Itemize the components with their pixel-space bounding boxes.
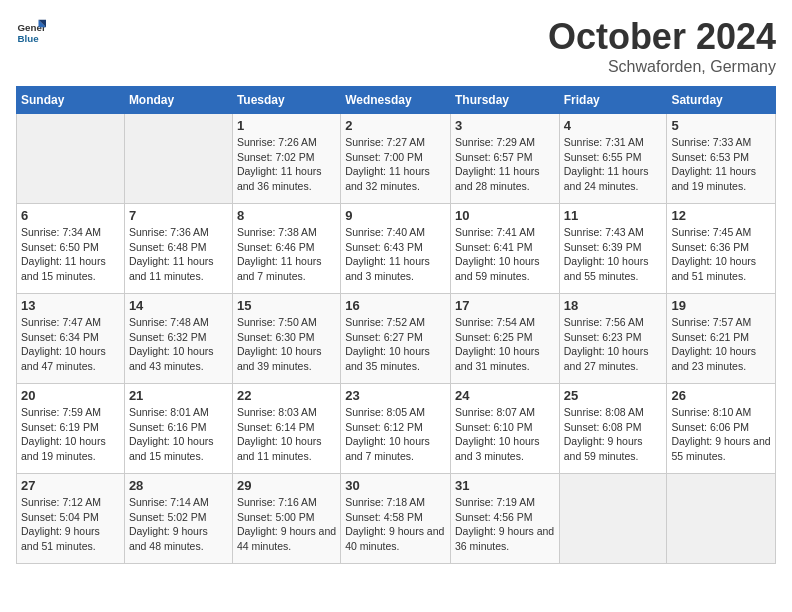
day-info: Sunrise: 8:03 AMSunset: 6:14 PMDaylight:…: [237, 405, 336, 464]
header-row: SundayMondayTuesdayWednesdayThursdayFrid…: [17, 87, 776, 114]
day-number: 8: [237, 208, 336, 223]
day-number: 11: [564, 208, 663, 223]
column-header-friday: Friday: [559, 87, 667, 114]
logo-icon: General Blue: [16, 16, 46, 46]
column-header-sunday: Sunday: [17, 87, 125, 114]
day-info: Sunrise: 7:14 AMSunset: 5:02 PMDaylight:…: [129, 495, 228, 554]
day-cell: 8Sunrise: 7:38 AMSunset: 6:46 PMDaylight…: [232, 204, 340, 294]
day-info: Sunrise: 7:52 AMSunset: 6:27 PMDaylight:…: [345, 315, 446, 374]
day-info: Sunrise: 7:31 AMSunset: 6:55 PMDaylight:…: [564, 135, 663, 194]
day-cell: [17, 114, 125, 204]
week-row-2: 6Sunrise: 7:34 AMSunset: 6:50 PMDaylight…: [17, 204, 776, 294]
column-header-saturday: Saturday: [667, 87, 776, 114]
day-number: 15: [237, 298, 336, 313]
day-cell: 3Sunrise: 7:29 AMSunset: 6:57 PMDaylight…: [450, 114, 559, 204]
week-row-5: 27Sunrise: 7:12 AMSunset: 5:04 PMDayligh…: [17, 474, 776, 564]
day-cell: [559, 474, 667, 564]
day-number: 29: [237, 478, 336, 493]
day-cell: 26Sunrise: 8:10 AMSunset: 6:06 PMDayligh…: [667, 384, 776, 474]
day-cell: 13Sunrise: 7:47 AMSunset: 6:34 PMDayligh…: [17, 294, 125, 384]
day-info: Sunrise: 7:36 AMSunset: 6:48 PMDaylight:…: [129, 225, 228, 284]
day-info: Sunrise: 7:19 AMSunset: 4:56 PMDaylight:…: [455, 495, 555, 554]
day-number: 21: [129, 388, 228, 403]
day-number: 26: [671, 388, 771, 403]
day-number: 24: [455, 388, 555, 403]
day-number: 9: [345, 208, 446, 223]
day-cell: 9Sunrise: 7:40 AMSunset: 6:43 PMDaylight…: [341, 204, 451, 294]
day-info: Sunrise: 7:38 AMSunset: 6:46 PMDaylight:…: [237, 225, 336, 284]
day-info: Sunrise: 7:43 AMSunset: 6:39 PMDaylight:…: [564, 225, 663, 284]
day-info: Sunrise: 7:56 AMSunset: 6:23 PMDaylight:…: [564, 315, 663, 374]
day-number: 2: [345, 118, 446, 133]
day-number: 22: [237, 388, 336, 403]
day-info: Sunrise: 8:05 AMSunset: 6:12 PMDaylight:…: [345, 405, 446, 464]
day-cell: [667, 474, 776, 564]
day-number: 18: [564, 298, 663, 313]
day-number: 1: [237, 118, 336, 133]
day-info: Sunrise: 7:34 AMSunset: 6:50 PMDaylight:…: [21, 225, 120, 284]
day-cell: 14Sunrise: 7:48 AMSunset: 6:32 PMDayligh…: [124, 294, 232, 384]
day-info: Sunrise: 7:40 AMSunset: 6:43 PMDaylight:…: [345, 225, 446, 284]
day-number: 12: [671, 208, 771, 223]
column-header-thursday: Thursday: [450, 87, 559, 114]
svg-text:Blue: Blue: [18, 33, 40, 44]
title-block: October 2024 Schwaforden, Germany: [548, 16, 776, 76]
day-cell: 2Sunrise: 7:27 AMSunset: 7:00 PMDaylight…: [341, 114, 451, 204]
day-info: Sunrise: 7:50 AMSunset: 6:30 PMDaylight:…: [237, 315, 336, 374]
day-info: Sunrise: 7:47 AMSunset: 6:34 PMDaylight:…: [21, 315, 120, 374]
day-number: 28: [129, 478, 228, 493]
day-number: 13: [21, 298, 120, 313]
week-row-4: 20Sunrise: 7:59 AMSunset: 6:19 PMDayligh…: [17, 384, 776, 474]
column-header-wednesday: Wednesday: [341, 87, 451, 114]
day-info: Sunrise: 8:08 AMSunset: 6:08 PMDaylight:…: [564, 405, 663, 464]
day-number: 16: [345, 298, 446, 313]
day-cell: 24Sunrise: 8:07 AMSunset: 6:10 PMDayligh…: [450, 384, 559, 474]
day-cell: [124, 114, 232, 204]
day-number: 25: [564, 388, 663, 403]
day-info: Sunrise: 8:01 AMSunset: 6:16 PMDaylight:…: [129, 405, 228, 464]
column-header-tuesday: Tuesday: [232, 87, 340, 114]
day-info: Sunrise: 7:48 AMSunset: 6:32 PMDaylight:…: [129, 315, 228, 374]
day-cell: 15Sunrise: 7:50 AMSunset: 6:30 PMDayligh…: [232, 294, 340, 384]
day-cell: 22Sunrise: 8:03 AMSunset: 6:14 PMDayligh…: [232, 384, 340, 474]
day-cell: 19Sunrise: 7:57 AMSunset: 6:21 PMDayligh…: [667, 294, 776, 384]
day-number: 30: [345, 478, 446, 493]
day-number: 31: [455, 478, 555, 493]
calendar-table: SundayMondayTuesdayWednesdayThursdayFrid…: [16, 86, 776, 564]
day-number: 4: [564, 118, 663, 133]
week-row-3: 13Sunrise: 7:47 AMSunset: 6:34 PMDayligh…: [17, 294, 776, 384]
day-cell: 17Sunrise: 7:54 AMSunset: 6:25 PMDayligh…: [450, 294, 559, 384]
day-cell: 27Sunrise: 7:12 AMSunset: 5:04 PMDayligh…: [17, 474, 125, 564]
page-subtitle: Schwaforden, Germany: [548, 58, 776, 76]
day-cell: 1Sunrise: 7:26 AMSunset: 7:02 PMDaylight…: [232, 114, 340, 204]
day-cell: 12Sunrise: 7:45 AMSunset: 6:36 PMDayligh…: [667, 204, 776, 294]
day-info: Sunrise: 8:10 AMSunset: 6:06 PMDaylight:…: [671, 405, 771, 464]
day-number: 5: [671, 118, 771, 133]
day-info: Sunrise: 7:59 AMSunset: 6:19 PMDaylight:…: [21, 405, 120, 464]
day-info: Sunrise: 7:27 AMSunset: 7:00 PMDaylight:…: [345, 135, 446, 194]
day-info: Sunrise: 7:16 AMSunset: 5:00 PMDaylight:…: [237, 495, 336, 554]
day-cell: 21Sunrise: 8:01 AMSunset: 6:16 PMDayligh…: [124, 384, 232, 474]
day-cell: 28Sunrise: 7:14 AMSunset: 5:02 PMDayligh…: [124, 474, 232, 564]
day-cell: 23Sunrise: 8:05 AMSunset: 6:12 PMDayligh…: [341, 384, 451, 474]
day-info: Sunrise: 7:29 AMSunset: 6:57 PMDaylight:…: [455, 135, 555, 194]
day-cell: 25Sunrise: 8:08 AMSunset: 6:08 PMDayligh…: [559, 384, 667, 474]
day-cell: 20Sunrise: 7:59 AMSunset: 6:19 PMDayligh…: [17, 384, 125, 474]
logo: General Blue: [16, 16, 48, 46]
day-number: 19: [671, 298, 771, 313]
day-cell: 30Sunrise: 7:18 AMSunset: 4:58 PMDayligh…: [341, 474, 451, 564]
day-info: Sunrise: 7:54 AMSunset: 6:25 PMDaylight:…: [455, 315, 555, 374]
day-info: Sunrise: 7:33 AMSunset: 6:53 PMDaylight:…: [671, 135, 771, 194]
page-header: General Blue October 2024 Schwaforden, G…: [16, 16, 776, 76]
day-cell: 18Sunrise: 7:56 AMSunset: 6:23 PMDayligh…: [559, 294, 667, 384]
day-info: Sunrise: 8:07 AMSunset: 6:10 PMDaylight:…: [455, 405, 555, 464]
day-number: 27: [21, 478, 120, 493]
day-cell: 7Sunrise: 7:36 AMSunset: 6:48 PMDaylight…: [124, 204, 232, 294]
day-number: 3: [455, 118, 555, 133]
day-cell: 16Sunrise: 7:52 AMSunset: 6:27 PMDayligh…: [341, 294, 451, 384]
day-cell: 11Sunrise: 7:43 AMSunset: 6:39 PMDayligh…: [559, 204, 667, 294]
page-title: October 2024: [548, 16, 776, 58]
day-info: Sunrise: 7:45 AMSunset: 6:36 PMDaylight:…: [671, 225, 771, 284]
week-row-1: 1Sunrise: 7:26 AMSunset: 7:02 PMDaylight…: [17, 114, 776, 204]
day-info: Sunrise: 7:18 AMSunset: 4:58 PMDaylight:…: [345, 495, 446, 554]
